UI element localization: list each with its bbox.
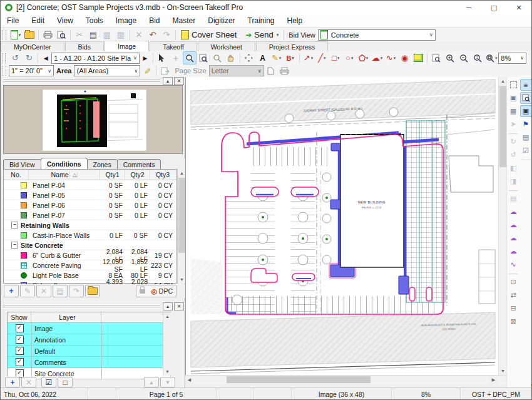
export-page-button[interactable] — [158, 64, 172, 78]
maximize-button[interactable]: ▢ — [481, 1, 506, 14]
next-page-button[interactable]: ▶ — [140, 51, 151, 64]
menu-training[interactable]: Training — [242, 16, 281, 25]
zoom-tool-button[interactable] — [183, 51, 197, 64]
annotation-cloud-tool[interactable]: ☁▾ — [370, 51, 384, 64]
column-name[interactable]: Name △ — [29, 170, 100, 180]
add-condition-button[interactable]: + — [4, 285, 19, 297]
zoom-in-button[interactable] — [443, 51, 457, 64]
condition-row[interactable]: 6" Curb & Gutter 2,084 LF 2,084 LF 19 CY — [4, 250, 176, 260]
link-tool-button[interactable]: B▾ — [284, 51, 297, 64]
chevron-down-icon[interactable]: ▾ — [277, 33, 279, 38]
condition-row[interactable]: Cast-in-Place Walls 0 LF 0 SF 0 CY — [4, 230, 176, 240]
condition-group-row[interactable]: − Retaining Walls — [4, 220, 176, 230]
rotate-ccw-button[interactable]: ↺ — [508, 149, 519, 161]
chevron-down-icon[interactable]: ▾ — [337, 56, 340, 61]
edit-condition-button[interactable]: ✎ — [20, 285, 35, 297]
print-button[interactable] — [41, 28, 54, 41]
layer-checkbox[interactable]: ✓ — [16, 358, 24, 366]
menu-view[interactable]: View — [51, 16, 79, 25]
delete-button[interactable]: ✕ — [132, 28, 146, 41]
print-preview-button[interactable] — [54, 28, 68, 41]
area-select[interactable]: (All Areas)∨ — [74, 65, 140, 76]
conditions-scrollbar[interactable]: ▲ ▼ — [177, 169, 186, 284]
navigator-toggle[interactable] — [520, 92, 532, 104]
scrollbar-thumb[interactable] — [178, 178, 185, 253]
media-annotation-tool[interactable]: ◉ — [397, 51, 411, 64]
tab-worksheet[interactable]: Worksheet — [198, 41, 255, 51]
layers-scrollbar[interactable]: ▲ ▼ — [163, 312, 171, 376]
toolbar-grip[interactable] — [3, 53, 6, 63]
menu-file[interactable]: File — [1, 16, 25, 25]
chevron-down-icon[interactable]: ▾ — [495, 56, 498, 61]
canvas-vertical-scrollbar[interactable]: ▲ ▼ — [498, 77, 507, 375]
drawing-canvas[interactable]: JUDWAY STREET (CALLED 66' R.O.W.) BURLIN… — [185, 77, 498, 375]
delete-condition-button[interactable]: ✕ — [36, 285, 51, 297]
layer-row[interactable]: ✓ Comments — [8, 357, 170, 368]
tab-bids[interactable]: Bids — [65, 41, 104, 51]
zoom-out-button[interactable] — [457, 51, 471, 64]
open-button[interactable] — [23, 28, 36, 41]
flip-vertical-button[interactable]: ◨ — [508, 175, 519, 187]
chevron-down-icon[interactable]: ▾ — [279, 56, 282, 61]
cut-button[interactable]: ✂ — [73, 28, 86, 41]
thumbnail-panel-header[interactable]: ▴ ✕ — [1, 77, 185, 85]
condition-row[interactable]: Concrete Paving 12,030 SF 1,852 LF 223 C… — [4, 260, 176, 270]
chevron-down-icon[interactable]: ▾ — [311, 56, 314, 61]
layers-panel-toggle[interactable]: ▣ — [520, 105, 532, 117]
annotation-arrow-tool[interactable]: ↗▾ — [301, 51, 315, 64]
menu-digitizer[interactable]: Digitizer — [202, 16, 241, 25]
paste-button[interactable]: ▥ — [100, 28, 114, 41]
dpc-button[interactable]: ◎ DPC — [136, 285, 176, 297]
thumbnail-navigator[interactable] — [3, 85, 183, 154]
menu-image[interactable]: Image — [110, 16, 143, 25]
condition-row[interactable]: Panel P-05 0 SF 0 LF 0 CY — [4, 190, 176, 200]
tab-image[interactable]: Image — [105, 41, 149, 51]
menu-master[interactable]: Master — [166, 16, 202, 25]
chevron-down-icon[interactable]: ▾ — [366, 56, 369, 61]
annotation-line-tool[interactable]: ╱▾ — [315, 51, 329, 64]
condition-row[interactable]: Panel P-07 0 SF 0 LF 0 CY — [4, 210, 176, 220]
cloud-box-button[interactable]: ☁□ — [508, 232, 519, 244]
minimize-button[interactable]: ─ — [456, 1, 481, 14]
menu-tools[interactable]: Tools — [79, 16, 110, 25]
grid-overlay-button[interactable]: ▦ — [508, 105, 519, 117]
collapse-panel-button[interactable]: ▴ — [163, 77, 173, 85]
toolbar-grip[interactable] — [3, 30, 6, 40]
copy-page-button[interactable]: ▤ — [508, 193, 519, 205]
copy-condition-button[interactable]: ▤ — [53, 285, 68, 297]
menu-bid[interactable]: Bid — [143, 16, 166, 25]
canvas-horizontal-scrollbar[interactable]: ◀ ▶ — [185, 375, 506, 384]
delete-layer-button[interactable]: ✕ — [21, 377, 36, 387]
pointer-mode-button[interactable]: ➤ — [508, 118, 519, 130]
crop-frame-button[interactable]: ▣ — [508, 92, 519, 104]
panel-grip[interactable] — [3, 304, 160, 309]
zoom-window-button[interactable] — [197, 51, 210, 64]
chevron-down-icon[interactable]: ▾ — [324, 56, 326, 61]
layers-panel-header[interactable]: ▴ ✕ — [1, 302, 185, 310]
bid-view-select[interactable]: Concrete ∨ — [318, 29, 436, 41]
move-layer-down-button[interactable]: ▼ — [160, 377, 175, 387]
menu-edit[interactable]: Edit — [25, 16, 51, 25]
close-panel-button[interactable]: ✕ — [174, 302, 184, 310]
chevron-down-icon[interactable]: ▾ — [351, 56, 354, 61]
send-button[interactable]: ➔Send▾ — [242, 28, 282, 41]
condition-row[interactable]: Panel P-06 0 SF 0 LF 0 CY — [4, 200, 176, 210]
annotation-polygon-tool[interactable]: ▾ — [356, 51, 370, 64]
condition-row[interactable]: Panel P-04 0 SF 0 LF 0 CY — [4, 180, 176, 190]
collapse-group-icon[interactable]: − — [11, 242, 18, 249]
tab-myoncenter[interactable]: MyOnCenter — [1, 41, 64, 51]
condition-row[interactable]: Light Pole Base 8 EA 80 LF 9 CY — [4, 270, 176, 280]
new-takeoff-button[interactable]: ▾ — [9, 28, 23, 41]
nav-back-button[interactable]: ↺ — [8, 51, 22, 64]
column-layer[interactable]: Layer — [31, 312, 101, 322]
column-qty3[interactable]: Qty3 — [150, 170, 175, 180]
paste-special-button[interactable]: ▥ — [114, 28, 128, 41]
flip-horizontal-button[interactable]: ◧ — [508, 162, 519, 174]
select-region-button[interactable] — [508, 79, 519, 91]
check-all-layers-button[interactable]: ☑ — [41, 377, 56, 387]
chevron-down-icon[interactable]: ▾ — [381, 56, 383, 61]
copy-button[interactable]: ▤ — [86, 28, 100, 41]
sticky-note-tool[interactable] — [411, 51, 425, 64]
collapse-group-icon[interactable]: − — [11, 222, 18, 228]
highlighter-tool-button[interactable]: ✎▾ — [270, 51, 284, 64]
